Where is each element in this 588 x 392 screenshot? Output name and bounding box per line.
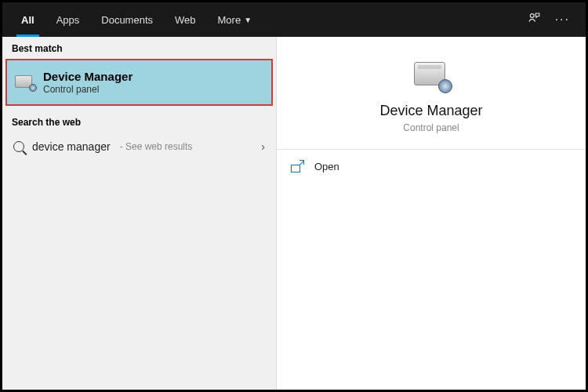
chevron-down-icon: ▼: [244, 16, 252, 24]
preview-subtitle: Control panel: [292, 122, 570, 133]
action-label: Open: [314, 161, 339, 172]
tab-label: Web: [175, 14, 196, 26]
device-manager-icon: [412, 59, 450, 92]
result-title: Device Manager: [43, 70, 132, 83]
topbar-actions: ···: [527, 11, 578, 28]
open-action[interactable]: Open: [277, 150, 586, 183]
search-icon: [13, 141, 24, 152]
tab-more[interactable]: More ▼: [207, 2, 263, 37]
search-web-header: Search the web: [2, 111, 276, 132]
result-subtitle: Control panel: [43, 84, 132, 95]
tab-all[interactable]: All: [10, 2, 45, 37]
tab-documents[interactable]: Documents: [90, 2, 164, 37]
filter-tabs: All Apps Documents Web More ▼: [10, 2, 263, 37]
web-query-text: device manager: [32, 140, 111, 153]
best-match-text: Device Manager Control panel: [43, 70, 132, 95]
results-panel: Best match Device Manager Control panel …: [2, 37, 277, 390]
tab-label: More: [218, 14, 241, 26]
device-manager-icon: [15, 74, 35, 91]
tab-web[interactable]: Web: [164, 2, 207, 37]
search-content: Best match Device Manager Control panel …: [2, 37, 586, 390]
tab-label: Apps: [56, 14, 80, 26]
chevron-right-icon: ›: [261, 140, 265, 153]
best-match-result[interactable]: Device Manager Control panel: [5, 59, 273, 106]
open-icon: [291, 162, 303, 172]
more-options-icon[interactable]: ···: [555, 13, 570, 27]
feedback-icon[interactable]: [527, 11, 541, 28]
preview-title: Device Manager: [292, 103, 570, 119]
best-match-header: Best match: [2, 37, 276, 59]
tab-label: Documents: [101, 14, 153, 26]
web-search-result[interactable]: device manager - See web results ›: [2, 132, 276, 161]
svg-point-0: [530, 14, 534, 18]
tab-apps[interactable]: Apps: [45, 2, 91, 37]
web-hint-text: - See web results: [120, 141, 193, 152]
search-topbar: All Apps Documents Web More ▼ ···: [2, 2, 586, 37]
preview-header: Device Manager Control panel: [277, 37, 586, 149]
preview-panel: Device Manager Control panel Open: [277, 37, 586, 390]
tab-label: All: [21, 14, 34, 26]
